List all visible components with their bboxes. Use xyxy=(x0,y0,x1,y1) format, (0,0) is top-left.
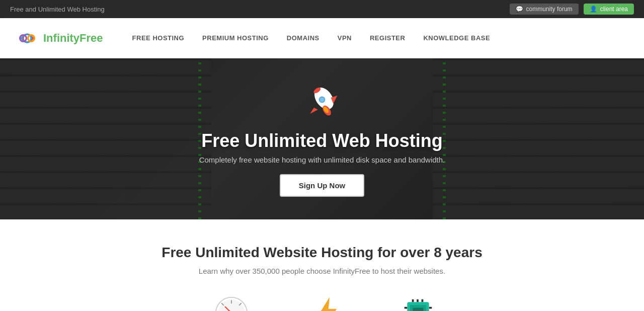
svg-point-4 xyxy=(320,98,324,102)
navbar: InfinityFree FREE HOSTINGPREMIUM HOSTING… xyxy=(0,18,644,58)
hero-subtitle: Completely free website hosting with unl… xyxy=(199,156,445,164)
hero-title: Free Unlimited Web Hosting xyxy=(201,130,442,151)
nav-link-free-hosting[interactable]: FREE HOSTING xyxy=(123,18,194,58)
feature-uptime: 99.9% Uptime xyxy=(301,295,354,311)
community-icon: 💬 xyxy=(516,6,523,13)
hero-section: Free Unlimited Web Hosting Completely fr… xyxy=(0,58,644,219)
tagline: Free and Unlimited Web Hosting xyxy=(10,6,105,13)
client-icon: 👤 xyxy=(590,6,597,13)
speedometer-icon: km/h xyxy=(214,295,249,311)
nav-item-0: FREE HOSTING xyxy=(123,18,194,58)
feature-fastest: km/h Fastest Free Hosting xyxy=(191,295,271,311)
svg-rect-30 xyxy=(412,299,414,302)
lightning-icon xyxy=(310,295,345,311)
logo-text-part1: Infinity xyxy=(43,32,79,44)
nav-link-vpn[interactable]: VPN xyxy=(329,18,361,58)
nav-item-1: PREMIUM HOSTING xyxy=(193,18,278,58)
nav-item-4: REGISTER xyxy=(361,18,414,58)
svg-rect-27 xyxy=(429,307,432,309)
svg-marker-7 xyxy=(310,108,318,114)
nav-item-2: DOMAINS xyxy=(278,18,329,58)
nav-link-domains[interactable]: DOMAINS xyxy=(278,18,329,58)
svg-rect-23 xyxy=(413,308,424,311)
svg-rect-31 xyxy=(417,299,419,302)
client-area-button[interactable]: 👤 client area xyxy=(584,4,634,15)
features-grid: km/h Fastest Free Hosting 99.9% Uptime xyxy=(10,295,634,311)
features-section: Free Unlimited Website Hosting for over … xyxy=(0,219,644,311)
server-decor-right xyxy=(433,58,644,219)
features-subtitle: Learn why over 350,000 people choose Inf… xyxy=(10,267,634,275)
nav-links: FREE HOSTINGPREMIUM HOSTINGDOMAINSVPNREG… xyxy=(123,18,500,58)
nav-link-register[interactable]: REGISTER xyxy=(361,18,414,58)
community-label: community forum xyxy=(526,6,573,13)
nav-item-5: KNOWLEDGE BASE xyxy=(414,18,499,58)
top-bar-actions: 💬 community forum 👤 client area xyxy=(510,4,634,15)
community-forum-button[interactable]: 💬 community forum xyxy=(510,4,579,15)
logo-text: InfinityFree xyxy=(43,32,103,45)
cpu-icon xyxy=(400,295,436,311)
nav-link-premium-hosting[interactable]: PREMIUM HOSTING xyxy=(193,18,278,58)
nav-item-3: VPN xyxy=(329,18,361,58)
svg-rect-32 xyxy=(422,299,424,302)
rocket-icon xyxy=(302,82,342,122)
svg-marker-20 xyxy=(319,297,337,311)
server-decor-left xyxy=(0,58,211,219)
nav-link-knowledge-base[interactable]: KNOWLEDGE BASE xyxy=(414,18,499,58)
logo-link[interactable]: InfinityFree xyxy=(15,30,103,46)
logo-icon xyxy=(15,30,39,46)
client-label: client area xyxy=(600,6,628,13)
svg-rect-24 xyxy=(405,307,408,309)
logo-text-part2: Free xyxy=(79,32,103,44)
top-bar: Free and Unlimited Web Hosting 💬 communi… xyxy=(0,0,644,18)
feature-unlimited: Unlimited Hosting xyxy=(384,295,453,311)
features-title: Free Unlimited Website Hosting for over … xyxy=(10,245,634,261)
signup-button[interactable]: Sign Up Now xyxy=(280,174,365,197)
hero-content: Free Unlimited Web Hosting Completely fr… xyxy=(199,82,445,197)
